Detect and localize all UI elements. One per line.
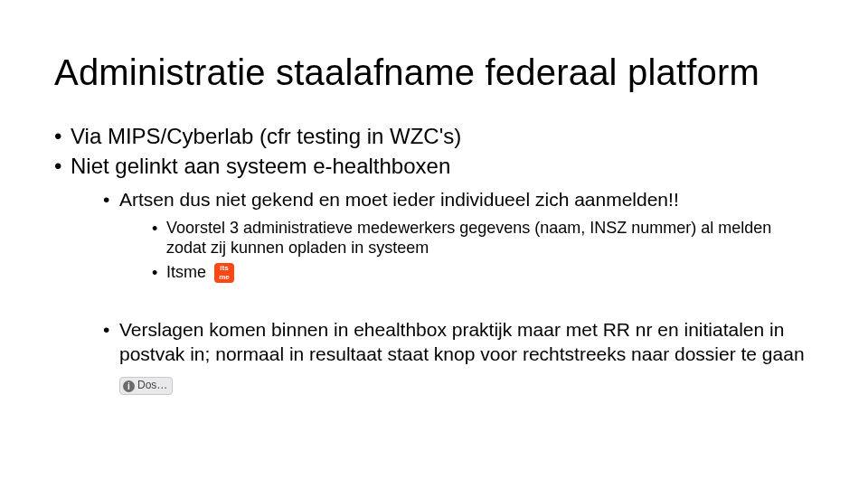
bullet-l1: Niet gelinkt aan systeem e-healthboxen A… <box>54 152 814 395</box>
itsme-icon: its me <box>214 263 234 284</box>
slide-title: Administratie staalafname federaal platf… <box>54 52 814 93</box>
bullet-list-level-3: Voorstel 3 administratieve medewerkers g… <box>119 218 814 284</box>
bullet-text: Voorstel 3 administratieve medewerkers g… <box>166 219 771 258</box>
bullet-text: Verslagen komen binnen in ehealthbox pra… <box>119 319 805 364</box>
bullet-text: Niet gelinkt aan systeem e-healthboxen <box>71 154 450 178</box>
bullet-text: Itsme <box>166 263 206 281</box>
bullet-text: Via MIPS/Cyberlab (cfr testing in WZC's) <box>71 124 461 148</box>
dossier-button-label: Dos… <box>137 379 167 393</box>
bullet-list-level-2: Artsen dus niet gekend en moet ieder ind… <box>71 187 814 283</box>
bullet-list-level-1: Via MIPS/Cyberlab (cfr testing in WZC's)… <box>54 122 814 395</box>
itsme-icon-text-top: its <box>214 265 234 272</box>
dossier-button[interactable]: i Dos… <box>119 377 173 395</box>
bullet-list-level-2: Verslagen komen binnen in ehealthbox pra… <box>71 317 814 395</box>
bullet-text: Artsen dus niet gekend en moet ieder ind… <box>119 189 679 210</box>
itsme-icon-text-bottom: me <box>214 274 234 281</box>
spacer <box>71 290 814 310</box>
bullet-l2: Artsen dus niet gekend en moet ieder ind… <box>103 187 814 283</box>
info-icon: i <box>123 380 135 392</box>
bullet-l1: Via MIPS/Cyberlab (cfr testing in WZC's) <box>54 122 814 150</box>
bullet-l3: Itsme its me <box>152 262 814 284</box>
bullet-l2: Verslagen komen binnen in ehealthbox pra… <box>103 317 814 395</box>
slide: Administratie staalafname federaal platf… <box>0 0 868 488</box>
bullet-l3: Voorstel 3 administratieve medewerkers g… <box>152 218 814 258</box>
